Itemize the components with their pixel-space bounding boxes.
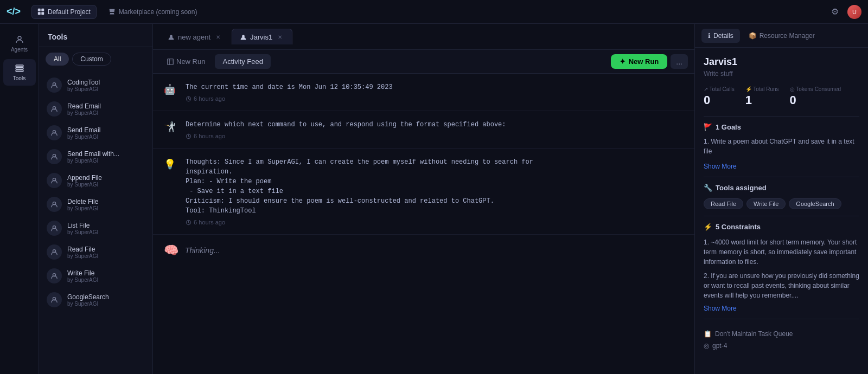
right-tab-details[interactable]: ℹ Details xyxy=(701,29,740,43)
model-row: ◎ gpt-4 xyxy=(704,342,859,350)
new-run-icon: ✦ xyxy=(620,57,626,66)
feed-time-1: 6 hours ago xyxy=(186,133,684,139)
tool-list-item-9[interactable]: GoogleSearch by SuperAGI xyxy=(39,288,152,312)
details-label: Details xyxy=(713,32,733,40)
sub-tab-activity-feed-label: Activity Feed xyxy=(222,57,263,66)
stat-total-calls-value: 0 xyxy=(704,93,735,107)
task-queue-icon: 📋 xyxy=(704,330,712,338)
agents-label: Agents xyxy=(11,47,28,53)
sub-tab-new-run[interactable]: New Run xyxy=(159,54,213,69)
agent-name: Jarvis1 xyxy=(704,56,859,68)
tool-by-5: by SuperAGI xyxy=(67,205,98,211)
task-queue-label: Don't Maintain Task Queue xyxy=(715,330,793,338)
tool-icon-0 xyxy=(47,78,62,93)
tool-list-item-2[interactable]: Send Email by SuperAGI xyxy=(39,121,152,145)
feed-time-2: 6 hours ago xyxy=(186,219,684,225)
stat-total-runs-label: ⚡ Total Runs xyxy=(745,86,779,92)
sidebar-item-agents[interactable]: Agents xyxy=(3,30,36,57)
tool-list-item-3[interactable]: Send Email with... by SuperAGI xyxy=(39,145,152,169)
model-label: gpt-4 xyxy=(712,342,727,350)
tool-by-3: by SuperAGI xyxy=(67,158,119,164)
agent-desc: Write stuff xyxy=(704,70,859,78)
show-more-goals[interactable]: Show More xyxy=(704,163,859,170)
tool-by-6: by SuperAGI xyxy=(67,229,98,235)
details-icon: ℹ xyxy=(708,32,711,40)
filter-custom[interactable]: Custom xyxy=(72,53,111,66)
tool-badge-2: GoogleSearch xyxy=(789,198,841,209)
new-run-button[interactable]: ✦ New Run xyxy=(611,54,668,69)
nav-left: </> Default Project Marketplace (coming … xyxy=(7,5,202,19)
resource-icon: 📦 xyxy=(749,32,757,40)
tool-info-4: Append File by SuperAGI xyxy=(67,174,102,188)
tool-list-item-0[interactable]: CodingTool by SuperAGI xyxy=(39,73,152,97)
feed-text-2: Thoughts: Since I am SuperAGI, I can cre… xyxy=(186,157,684,216)
feed-body-2: Thoughts: Since I am SuperAGI, I can cre… xyxy=(186,157,684,225)
tools-assigned-header: 🔧 Tools assigned xyxy=(704,184,859,192)
activity-feed: 🤖 The current time and date is Mon Jun 1… xyxy=(153,74,694,374)
filter-all[interactable]: All xyxy=(46,53,69,66)
tool-list-item-4[interactable]: Append File by SuperAGI xyxy=(39,169,152,192)
right-tab-resource-manager[interactable]: 📦 Resource Manager xyxy=(742,29,821,43)
settings-button[interactable]: ⚙ xyxy=(829,4,841,19)
model-icon: ◎ xyxy=(704,342,709,350)
goal-item-0: 1. Write a poem about ChatGPT and save i… xyxy=(704,137,859,156)
tool-icon-5 xyxy=(47,197,62,212)
feed-body-1: Determine which next command to use, and… xyxy=(186,120,684,139)
tool-name-8: Write File xyxy=(67,269,98,277)
left-sidebar: Agents Tools xyxy=(0,24,39,374)
tools-panel: Tools All Custom CodingTool by SuperAGI … xyxy=(39,24,153,374)
divider-4 xyxy=(704,319,859,319)
tool-icon-2 xyxy=(47,125,62,140)
sub-tabs: New Run Activity Feed ✦ New Run ... xyxy=(153,50,694,74)
divider-2 xyxy=(704,177,859,177)
main-layout: Agents Tools Tools All Custom CodingTool… xyxy=(0,24,868,374)
tool-info-9: GoogleSearch by SuperAGI xyxy=(67,293,109,307)
goals-list: 1. Write a poem about ChatGPT and save i… xyxy=(704,137,859,156)
tool-by-2: by SuperAGI xyxy=(67,134,100,140)
tab-new-agent-close[interactable]: ✕ xyxy=(214,33,222,41)
tool-name-0: CodingTool xyxy=(67,79,100,86)
more-button[interactable]: ... xyxy=(671,54,688,69)
marketplace-button[interactable]: Marketplace (coming soon) xyxy=(103,5,203,18)
feed-item-1: 🤺 Determine which next command to use, a… xyxy=(153,111,694,149)
clock-icon-2 xyxy=(186,220,192,225)
svg-rect-1 xyxy=(41,9,44,11)
project-label: Default Project xyxy=(48,8,91,16)
sub-tabs-right: ✦ New Run ... xyxy=(607,54,688,69)
avatar: U xyxy=(847,5,861,19)
svg-rect-5 xyxy=(16,65,23,67)
sub-tab-activity-feed[interactable]: Activity Feed xyxy=(215,54,270,69)
center-content: new agent ✕ Jarvis1 ✕ New Run Activity F… xyxy=(153,24,694,374)
tab-jarvis1[interactable]: Jarvis1 ✕ xyxy=(232,29,292,44)
tool-list-item-7[interactable]: Read File by SuperAGI xyxy=(39,240,152,264)
tool-name-9: GoogleSearch xyxy=(67,293,109,301)
stat-total-runs-value: 1 xyxy=(745,93,779,107)
constraints-list: 1. ~4000 word limit for short term memor… xyxy=(704,237,859,300)
project-button[interactable]: Default Project xyxy=(31,5,97,19)
clock-icon-1 xyxy=(186,133,192,139)
tool-info-8: Write File by SuperAGI xyxy=(67,269,98,283)
tool-list-item-6[interactable]: List File by SuperAGI xyxy=(39,216,152,240)
tool-icon-3 xyxy=(47,149,62,164)
tool-icon-8 xyxy=(47,268,62,283)
feed-icon-2: 💡 xyxy=(164,158,179,173)
tab-jarvis1-close[interactable]: ✕ xyxy=(276,33,284,41)
tool-name-6: List File xyxy=(67,222,98,229)
feed-time-0: 6 hours ago xyxy=(186,95,684,102)
feed-body-0: The current time and date is Mon Jun 12 … xyxy=(186,82,684,102)
tool-list-item-1[interactable]: Read Email by SuperAGI xyxy=(39,97,152,121)
svg-rect-0 xyxy=(38,9,41,11)
tool-info-2: Send Email by SuperAGI xyxy=(67,126,100,140)
show-more-constraints[interactable]: Show More xyxy=(704,305,859,312)
thinking-text: Thinking... xyxy=(185,246,220,255)
tool-list-item-8[interactable]: Write File by SuperAGI xyxy=(39,264,152,288)
project-icon xyxy=(37,8,44,15)
tab-new-agent[interactable]: new agent ✕ xyxy=(159,29,231,44)
tool-list-item-5[interactable]: Delete File by SuperAGI xyxy=(39,192,152,216)
tools-assigned-icon: 🔧 xyxy=(704,184,712,192)
svg-rect-7 xyxy=(16,70,23,72)
tool-by-9: by SuperAGI xyxy=(67,301,109,307)
tools-filter-bar: All Custom xyxy=(39,47,152,71)
sidebar-item-tools[interactable]: Tools xyxy=(3,59,36,86)
stat-tokens: ◎ Tokens Consumed 0 xyxy=(790,86,841,107)
